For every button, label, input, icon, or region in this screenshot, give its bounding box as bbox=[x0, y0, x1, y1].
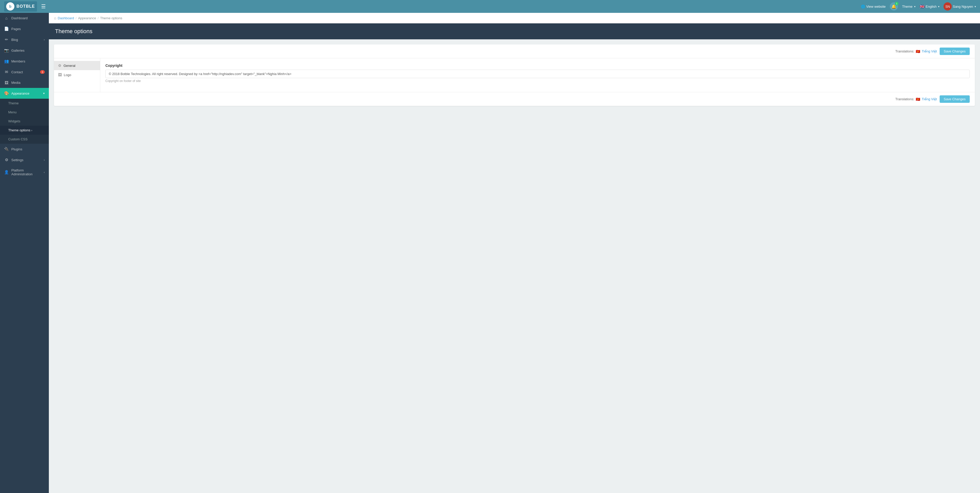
plugins-label: Plugins bbox=[11, 147, 22, 151]
page-title: Theme options bbox=[55, 28, 974, 35]
user-dropdown[interactable]: SN Sang Nguyen ▾ bbox=[943, 2, 976, 11]
flag-icon: 🇬🇧 bbox=[920, 4, 925, 9]
panel-nav-general[interactable]: ⚙ General bbox=[54, 61, 100, 70]
sidebar-item-settings[interactable]: ⚙ Settings › bbox=[0, 154, 49, 165]
translations-text: Translations: bbox=[895, 49, 914, 53]
page-header: Theme options bbox=[49, 23, 980, 39]
theme-chevron-icon: ▾ bbox=[914, 5, 915, 8]
panel-content: Copyright Copyright on footer of site bbox=[100, 58, 975, 92]
contact-badge: 1 bbox=[40, 70, 45, 74]
sidebar-item-label: Media bbox=[11, 81, 20, 84]
globe-icon: 🌐 bbox=[861, 5, 865, 8]
general-nav-label: General bbox=[64, 64, 75, 68]
theme-dropdown[interactable]: Theme ▾ bbox=[902, 5, 915, 8]
hamburger-button[interactable]: ☰ bbox=[40, 2, 47, 11]
panel-nav-logo[interactable]: 🖼 Logo bbox=[54, 70, 100, 80]
appearance-arrow-icon: ▾ bbox=[43, 92, 45, 95]
sidebar-item-galleries[interactable]: 📷 Galleries bbox=[0, 45, 49, 56]
breadcrumb-appearance: Appearance bbox=[78, 16, 96, 20]
sidebar: ⌂ Dashboard 📄 Pages ✏ Blog › 📷 Galleries… bbox=[0, 13, 49, 493]
appearance-label: Appearance bbox=[11, 92, 29, 95]
contact-icon: ✉ bbox=[4, 70, 9, 74]
breadcrumb-separator-1: / bbox=[76, 16, 76, 20]
theme-sub-label: Theme bbox=[8, 101, 19, 105]
save-changes-button-bottom[interactable]: Save Changes bbox=[940, 95, 970, 103]
settings-arrow-icon: › bbox=[44, 158, 45, 161]
sidebar-item-appearance[interactable]: 🎨 Appearance ▾ bbox=[0, 88, 49, 99]
notification-badge: 1 bbox=[895, 2, 899, 5]
brand-logo-icon: b bbox=[6, 2, 14, 11]
sidebar-item-menu[interactable]: Menu bbox=[0, 108, 49, 117]
save-changes-button-top[interactable]: Save Changes bbox=[940, 48, 970, 55]
members-icon: 👥 bbox=[4, 59, 9, 64]
breadcrumb: ⌂ Dashboard / Appearance / Theme options bbox=[49, 13, 980, 23]
translations-label-bottom: Translations: 🇻🇳 Tiếng Việt bbox=[895, 97, 937, 101]
appearance-icon: 🎨 bbox=[4, 91, 9, 95]
settings-label: Settings bbox=[11, 158, 23, 162]
navbar-right: 🌐 View website 🔔 1 Theme ▾ 🇬🇧 English ▾ … bbox=[861, 2, 976, 11]
sidebar-item-theme[interactable]: Theme bbox=[0, 99, 49, 108]
settings-icon: ⚙ bbox=[4, 157, 9, 162]
vn-flag-icon: 🇻🇳 bbox=[916, 49, 920, 54]
language-dropdown[interactable]: 🇬🇧 English ▾ bbox=[920, 4, 940, 9]
theme-options-sub-label: Theme options bbox=[8, 128, 30, 132]
pages-icon: 📄 bbox=[4, 27, 9, 31]
panel-toolbar-top: Translations: 🇻🇳 Tiếng Việt Save Changes bbox=[54, 45, 975, 58]
sidebar-item-media[interactable]: 🖼 Media bbox=[0, 77, 49, 88]
menu-sub-label: Menu bbox=[8, 110, 17, 114]
sidebar-item-widgets[interactable]: Widgets bbox=[0, 117, 49, 126]
media-icon: 🖼 bbox=[4, 80, 9, 85]
sidebar-item-label: Galleries bbox=[11, 49, 24, 52]
sidebar-item-platform-admin[interactable]: 👤 Platform Administration ‹ bbox=[0, 165, 49, 179]
language-chevron-icon: ▾ bbox=[938, 5, 939, 8]
platform-admin-label: Platform Administration bbox=[11, 169, 41, 176]
home-icon: ⌂ bbox=[54, 16, 56, 20]
view-website-link[interactable]: 🌐 View website bbox=[861, 5, 886, 8]
translations-text-bottom: Translations: bbox=[895, 97, 914, 101]
main-layout: ⌂ Dashboard 📄 Pages ✏ Blog › 📷 Galleries… bbox=[0, 13, 980, 493]
sidebar-item-members[interactable]: 👥 Members bbox=[0, 56, 49, 67]
sidebar-item-pages[interactable]: 📄 Pages bbox=[0, 23, 49, 34]
sidebar-item-theme-options[interactable]: Theme options › bbox=[0, 126, 49, 135]
sidebar-item-blog[interactable]: ✏ Blog › bbox=[0, 34, 49, 45]
viet-lang-link[interactable]: Tiếng Việt bbox=[922, 49, 937, 53]
vn-flag-icon-bottom: 🇻🇳 bbox=[916, 97, 920, 101]
copyright-field-group: Copyright Copyright on footer of site bbox=[105, 64, 970, 83]
breadcrumb-home-link[interactable]: Dashboard bbox=[57, 16, 74, 20]
sidebar-item-label: Members bbox=[11, 59, 25, 63]
galleries-icon: 📷 bbox=[4, 48, 9, 53]
sidebar-item-label: Contact bbox=[11, 70, 23, 74]
platform-admin-icon: 👤 bbox=[4, 170, 9, 175]
blog-icon: ✏ bbox=[4, 37, 9, 42]
translations-label: Translations: 🇻🇳 Tiếng Việt bbox=[895, 49, 937, 54]
copyright-input[interactable] bbox=[105, 70, 970, 78]
sidebar-item-custom-css[interactable]: Custom CSS bbox=[0, 135, 49, 144]
custom-css-sub-label: Custom CSS bbox=[8, 137, 27, 141]
widgets-sub-label: Widgets bbox=[8, 119, 20, 123]
language-label: English bbox=[926, 5, 937, 8]
theme-options-arrow-icon: › bbox=[31, 129, 32, 132]
viet-lang-link-bottom[interactable]: Tiếng Việt bbox=[922, 97, 937, 101]
user-avatar: SN bbox=[943, 2, 952, 11]
panel-nav: ⚙ General 🖼 Logo bbox=[54, 58, 100, 92]
sidebar-item-plugins[interactable]: 🔌 Plugins bbox=[0, 144, 49, 154]
top-navbar: b BOTBLE ☰ 🌐 View website 🔔 1 Theme ▾ 🇬🇧… bbox=[0, 0, 980, 13]
sidebar-item-label: Blog bbox=[11, 38, 18, 41]
dashboard-icon: ⌂ bbox=[4, 16, 9, 20]
theme-label: Theme bbox=[902, 5, 912, 8]
sidebar-item-label: Pages bbox=[11, 27, 21, 31]
sidebar-item-contact[interactable]: ✉ Contact 1 bbox=[0, 67, 49, 77]
copyright-label: Copyright bbox=[105, 64, 970, 68]
sidebar-item-label: Dashboard bbox=[11, 16, 28, 20]
panel-toolbar-bottom: Translations: 🇻🇳 Tiếng Việt Save Changes bbox=[54, 92, 975, 106]
user-chevron-icon: ▾ bbox=[975, 5, 976, 8]
plugins-icon: 🔌 bbox=[4, 147, 9, 151]
main-panel: Translations: 🇻🇳 Tiếng Việt Save Changes… bbox=[54, 45, 975, 106]
logo-nav-label: Logo bbox=[64, 73, 71, 77]
view-website-label: View website bbox=[866, 5, 886, 8]
brand-logo[interactable]: b BOTBLE bbox=[4, 1, 37, 11]
platform-admin-arrow-icon: ‹ bbox=[44, 171, 45, 174]
notification-button[interactable]: 🔔 1 bbox=[890, 2, 898, 11]
content-area: ⌂ Dashboard / Appearance / Theme options… bbox=[49, 13, 980, 493]
sidebar-item-dashboard[interactable]: ⌂ Dashboard bbox=[0, 13, 49, 23]
